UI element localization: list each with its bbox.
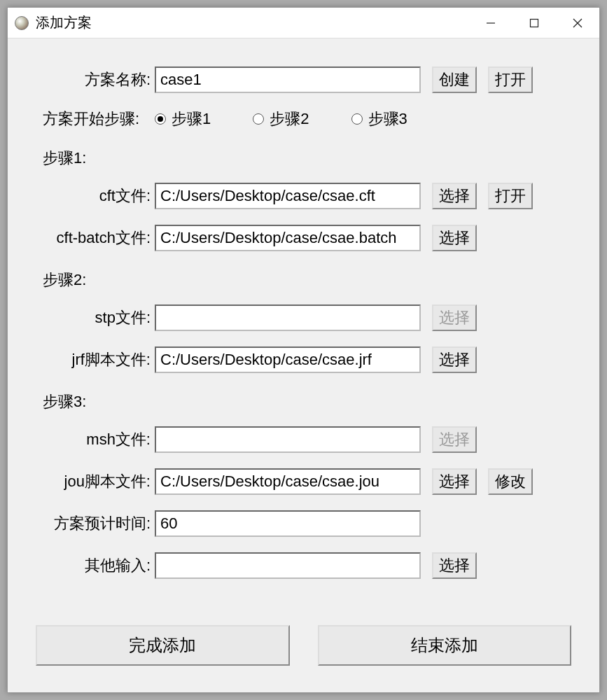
start-step-radio-group: 步骤1 步骤2 步骤3 — [155, 108, 578, 130]
titlebar: 添加方案 — [8, 8, 599, 38]
step3-title: 步骤3: — [29, 391, 578, 412]
step1-title: 步骤1: — [29, 148, 578, 169]
jrf-file-label: jrf脚本文件: — [29, 349, 155, 370]
footer-buttons: 完成添加 结束添加 — [29, 612, 578, 678]
stp-file-row: stp文件: 选择 — [29, 304, 578, 331]
stp-select-button: 选择 — [432, 304, 477, 331]
est-time-input[interactable] — [155, 510, 421, 537]
dialog-window: 添加方案 方案名称: 创建 打开 方案开始步骤: 步骤1 — [7, 7, 600, 693]
window-controls — [469, 8, 599, 38]
window-title: 添加方案 — [36, 13, 469, 32]
cft-batch-input[interactable] — [155, 225, 421, 251]
end-add-button[interactable]: 结束添加 — [318, 625, 572, 666]
content-area: 方案名称: 创建 打开 方案开始步骤: 步骤1 步骤2 步骤3 — [8, 38, 599, 692]
start-step-row: 方案开始步骤: 步骤1 步骤2 步骤3 — [29, 108, 578, 130]
jrf-select-button[interactable]: 选择 — [432, 346, 477, 373]
radio-icon — [351, 113, 363, 125]
maximize-icon — [529, 18, 539, 28]
create-button[interactable]: 创建 — [432, 66, 477, 93]
scheme-name-row: 方案名称: 创建 打开 — [29, 66, 578, 93]
cft-batch-row: cft-batch文件: 选择 — [29, 225, 578, 251]
cft-file-input[interactable] — [155, 183, 421, 209]
jou-file-row: jou脚本文件: 选择 修改 — [29, 468, 578, 495]
msh-file-input[interactable] — [155, 426, 421, 453]
radio-step1[interactable]: 步骤1 — [155, 108, 211, 130]
start-step-label: 方案开始步骤: — [29, 108, 155, 130]
cft-select-button[interactable]: 选择 — [432, 183, 477, 209]
other-input-label: 其他输入: — [29, 555, 155, 576]
cft-batch-select-button[interactable]: 选择 — [432, 225, 477, 251]
msh-select-button: 选择 — [432, 426, 477, 453]
cft-file-label: cft文件: — [29, 186, 155, 206]
radio-step1-label: 步骤1 — [172, 108, 211, 130]
radio-step2[interactable]: 步骤2 — [253, 108, 309, 130]
radio-step3[interactable]: 步骤3 — [351, 108, 407, 130]
cft-file-row: cft文件: 选择 打开 — [29, 183, 578, 209]
close-icon — [573, 18, 582, 28]
stp-file-input[interactable] — [155, 304, 421, 331]
app-icon — [15, 16, 29, 30]
stp-file-label: stp文件: — [29, 307, 155, 328]
jrf-file-input[interactable] — [155, 346, 421, 373]
step2-title: 步骤2: — [29, 270, 578, 290]
jou-modify-button[interactable]: 修改 — [488, 468, 533, 495]
cft-batch-label: cft-batch文件: — [29, 227, 155, 248]
minimize-button[interactable] — [469, 8, 512, 38]
cft-open-button[interactable]: 打开 — [488, 183, 533, 209]
radio-step2-label: 步骤2 — [270, 108, 309, 130]
scheme-name-input[interactable] — [155, 66, 421, 93]
est-time-label: 方案预计时间: — [29, 513, 155, 534]
scheme-name-label: 方案名称: — [29, 69, 155, 90]
close-button[interactable] — [556, 8, 599, 38]
jou-file-input[interactable] — [155, 468, 421, 495]
jou-file-label: jou脚本文件: — [29, 471, 155, 492]
finish-add-button[interactable]: 完成添加 — [36, 625, 290, 666]
minimize-icon — [486, 18, 496, 28]
open-button[interactable]: 打开 — [488, 66, 533, 93]
jou-select-button[interactable]: 选择 — [432, 468, 477, 495]
msh-file-row: msh文件: 选择 — [29, 426, 578, 453]
msh-file-label: msh文件: — [29, 429, 155, 450]
radio-step3-label: 步骤3 — [368, 108, 407, 130]
maximize-button[interactable] — [512, 8, 556, 38]
est-time-row: 方案预计时间: — [29, 510, 578, 537]
other-input-field[interactable] — [155, 552, 421, 579]
radio-icon — [253, 113, 264, 125]
radio-icon — [155, 113, 166, 125]
svg-rect-1 — [531, 19, 538, 27]
jrf-file-row: jrf脚本文件: 选择 — [29, 346, 578, 373]
other-input-row: 其他输入: 选择 — [29, 552, 578, 579]
other-select-button[interactable]: 选择 — [432, 552, 477, 579]
